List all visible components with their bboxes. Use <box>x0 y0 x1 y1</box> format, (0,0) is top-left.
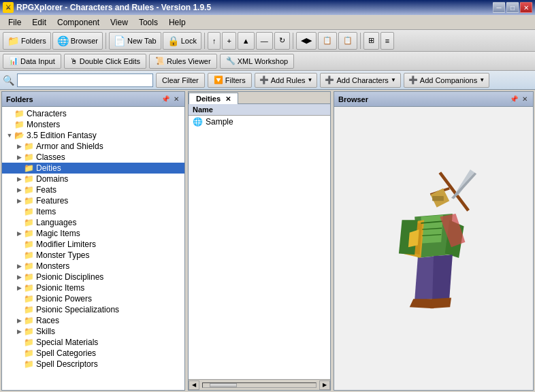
tree-label-skills: Skills <box>36 327 55 336</box>
tree-item-monsters-top[interactable]: 📁 Monsters <box>2 119 184 130</box>
nav-up-button[interactable]: ↑ <box>208 32 221 50</box>
deities-h-scrollbar[interactable]: ◀ ▶ <box>189 379 330 390</box>
maximize-button[interactable]: □ <box>506 2 519 13</box>
tree-item-spell-descriptors[interactable]: 📁 Spell Descriptors <box>2 359 184 370</box>
tree-toggle-edition[interactable]: ▼ <box>5 132 14 139</box>
list-button[interactable]: ≡ <box>380 32 394 50</box>
h-scroll-thumb[interactable] <box>210 383 237 387</box>
folders-panel-header: Folders 📌 ✕ <box>2 92 184 107</box>
tree-item-races[interactable]: ▶ 📁 Races <box>2 315 184 326</box>
menu-tools[interactable]: Tools <box>133 16 163 29</box>
tree-toggle-classes[interactable]: ▶ <box>14 154 24 161</box>
window-controls: ─ □ ✕ <box>493 2 532 13</box>
rules-viewer-button[interactable]: 📜 Rules Viewer <box>149 54 217 69</box>
tree-item-characters[interactable]: 📁 Characters <box>2 108 184 119</box>
folders-pin-button[interactable]: 📌 <box>160 95 171 103</box>
tree-toggle-domains[interactable]: ▶ <box>14 176 24 182</box>
h-scroll-track[interactable] <box>202 382 317 388</box>
deities-tab[interactable]: Deities ✕ <box>189 93 238 104</box>
svg-marker-12 <box>430 297 451 308</box>
tree-item-monsters[interactable]: ▶ 📁 Monsters <box>2 261 184 272</box>
menu-edit[interactable]: Edit <box>27 16 52 29</box>
tree-item-monster-types[interactable]: 📁 Monster Types <box>2 250 184 261</box>
list-item-sample-icon: 🌐 <box>193 117 203 127</box>
tree-item-psionic-disciplines[interactable]: ▶ 📁 Psionic Disciplines <box>2 272 184 282</box>
tree-toggle-armor[interactable]: ▶ <box>14 143 24 150</box>
tree-label-special-materials: Special Materials <box>36 338 98 347</box>
data-input-label: Data Input <box>20 57 55 65</box>
tree-item-psionic-items[interactable]: ▶ 📁 Psionic Items <box>2 282 184 293</box>
tree-item-deities[interactable]: 📁 Deities <box>2 163 184 174</box>
browser-pin-button[interactable]: 📌 <box>508 95 519 103</box>
tree-label-features: Features <box>36 196 68 206</box>
paste-button[interactable]: 📋 <box>338 32 357 50</box>
browser-panel: Browser 📌 ✕ <box>334 91 534 391</box>
new-tab-button[interactable]: 📄 New Tab <box>109 32 161 50</box>
refresh-button[interactable]: ↻ <box>274 32 290 50</box>
menu-component[interactable]: Component <box>52 16 105 29</box>
tree-item-languages[interactable]: 📁 Languages <box>2 217 184 228</box>
tree-toggle-psionic-items[interactable]: ▶ <box>14 284 24 291</box>
tree-item-psionic-powers[interactable]: 📁 Psionic Powers <box>2 293 184 304</box>
tree-folder-icon-spell-categories: 📁 <box>24 348 34 358</box>
double-click-icon: 🖱 <box>70 57 78 65</box>
tree-label-feats: Feats <box>36 185 56 195</box>
add-rules-button[interactable]: ➕ Add Rules ▼ <box>255 73 318 88</box>
tree-toggle-feats[interactable]: ▶ <box>14 186 24 193</box>
tree-item-spell-categories[interactable]: 📁 Spell Categories <box>2 348 184 359</box>
tree-folder-icon-monster-types: 📁 <box>24 250 34 260</box>
tree-item-armor[interactable]: ▶ 📁 Armor and Shields <box>2 141 184 152</box>
tree-label-spell-descriptors: Spell Descriptors <box>36 359 98 369</box>
tree-folder-icon-features: 📁 <box>24 196 34 206</box>
menu-help[interactable]: Help <box>163 16 191 29</box>
copy-button[interactable]: 📋 <box>318 32 337 50</box>
filter-input[interactable] <box>17 74 153 87</box>
deities-tab-close[interactable]: ✕ <box>225 95 231 103</box>
folders-button[interactable]: 📁 Folders <box>3 32 51 50</box>
list-item-sample[interactable]: 🌐 Sample <box>189 116 330 128</box>
tree-item-edition[interactable]: ▼ 📂 3.5 Edition Fantasy <box>2 130 184 141</box>
double-click-button[interactable]: 🖱 Double Click Edits <box>64 54 146 69</box>
add-companions-button[interactable]: ➕ Add Companions ▼ <box>404 73 489 88</box>
menu-bar: File Edit Component View Tools Help <box>0 15 535 30</box>
minimize-button[interactable]: ─ <box>493 2 505 13</box>
tree-item-items[interactable]: 📁 Items <box>2 206 184 217</box>
add-characters-button[interactable]: ➕ Add Characters ▼ <box>320 73 400 88</box>
filters-button[interactable]: 🔽 Filters <box>208 73 252 88</box>
tree-label-monster-types: Monster Types <box>36 250 89 260</box>
tree-item-magic-items[interactable]: ▶ 📁 Magic Items <box>2 228 184 239</box>
clear-filter-button[interactable]: Clear Filter <box>156 73 205 88</box>
nav-arrows-button[interactable]: ◀▶ <box>296 32 317 50</box>
tree-item-modifier-limiters[interactable]: 📁 Modifier Limiters <box>2 239 184 250</box>
nav-remove-button[interactable]: — <box>256 32 273 50</box>
tree-item-feats[interactable]: ▶ 📁 Feats <box>2 184 184 195</box>
browser-close-button[interactable]: ✕ <box>521 95 529 103</box>
nav-bookmark-button[interactable]: ▲ <box>238 32 255 50</box>
tree-item-classes[interactable]: ▶ 📁 Classes <box>2 152 184 163</box>
nav-add-button[interactable]: + <box>222 32 236 50</box>
grid-button[interactable]: ⊞ <box>363 32 379 50</box>
tree-item-special-materials[interactable]: 📁 Special Materials <box>2 337 184 348</box>
folders-close-button[interactable]: ✕ <box>172 95 180 103</box>
lock-button[interactable]: 🔒 Lock <box>163 32 201 50</box>
h-scroll-right[interactable]: ▶ <box>319 380 330 390</box>
tree-toggle-psionic-disciplines[interactable]: ▶ <box>14 274 24 280</box>
close-button[interactable]: ✕ <box>520 2 532 13</box>
tree-item-skills[interactable]: ▶ 📁 Skills <box>2 326 184 337</box>
data-input-button[interactable]: 📊 Data Input <box>3 54 61 69</box>
tree-item-domains[interactable]: ▶ 📁 Domains <box>2 174 184 184</box>
tree-item-psionic-specializations[interactable]: 📁 Psionic Specializations <box>2 304 184 315</box>
h-scroll-left[interactable]: ◀ <box>189 380 199 390</box>
tree-folder-icon-psionic-items: 📁 <box>24 283 34 293</box>
xml-workshop-button[interactable]: 🔧 XML Workshop <box>220 54 295 69</box>
tree-toggle-skills[interactable]: ▶ <box>14 328 24 335</box>
tree-toggle-races[interactable]: ▶ <box>14 317 24 324</box>
tree-toggle-magic-items[interactable]: ▶ <box>14 230 24 237</box>
filters-label: Filters <box>225 76 246 84</box>
tree-toggle-monsters[interactable]: ▶ <box>14 263 24 270</box>
tree-toggle-features[interactable]: ▶ <box>14 197 24 204</box>
menu-view[interactable]: View <box>105 16 133 29</box>
menu-file[interactable]: File <box>3 16 27 29</box>
browser-button[interactable]: 🌐 Browser <box>52 32 103 50</box>
tree-item-features[interactable]: ▶ 📁 Features <box>2 195 184 206</box>
